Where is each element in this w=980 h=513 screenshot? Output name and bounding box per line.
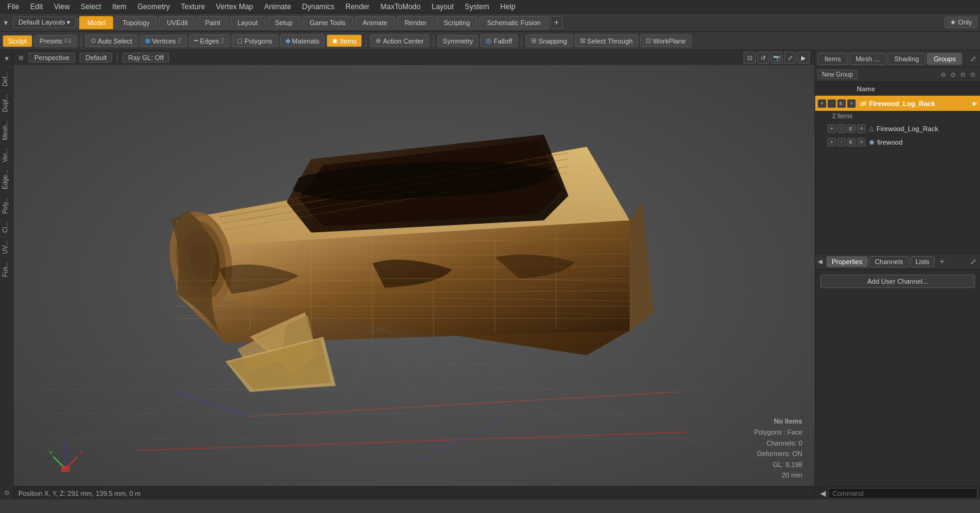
- menu-file[interactable]: File: [2, 1, 24, 12]
- panel-expand-icon[interactable]: ⤢: [969, 53, 978, 64]
- add-tab-btn[interactable]: +: [550, 16, 564, 29]
- menu-edit[interactable]: Edit: [25, 1, 48, 12]
- cmd-left-arrow[interactable]: ◀: [818, 489, 828, 498]
- groups-icon1[interactable]: ⊙: [938, 70, 948, 80]
- tab-scripting[interactable]: Scripting: [435, 16, 478, 29]
- menu-help[interactable]: Help: [496, 1, 521, 12]
- vis-toggle3[interactable]: ◧: [837, 99, 846, 108]
- sidebar-tab-ver[interactable]: Ver...: [0, 144, 13, 166]
- groups-icon2[interactable]: ⊙: [948, 70, 958, 80]
- groups-icon3[interactable]: ⊙: [958, 70, 968, 80]
- menu-layout[interactable]: Layout: [427, 1, 459, 12]
- group-item-firewood-log-rack[interactable]: ● ○ ◧ ⊕ △ Firewood_Log_Rack: [815, 122, 980, 135]
- group-expand-icon[interactable]: ▶: [973, 100, 978, 107]
- menu-texture[interactable]: Texture: [176, 1, 209, 12]
- sidebar-tab-uv[interactable]: UV...: [0, 237, 13, 257]
- tab-game-tools[interactable]: Game Tools: [302, 16, 354, 29]
- bottom-expand-icon[interactable]: ⤢: [969, 256, 978, 267]
- menu-item[interactable]: Item: [107, 1, 131, 12]
- snapping-btn[interactable]: ⊞ Snapping: [526, 34, 573, 47]
- tab-mesh[interactable]: Mesh ...: [849, 53, 886, 65]
- ray-gl-btn[interactable]: Ray GL: Off: [123, 53, 169, 63]
- sidebar-tab-mesh[interactable]: Mesh...: [0, 116, 13, 144]
- menu-vertex-map[interactable]: Vertex Map: [211, 1, 258, 12]
- item-vis3[interactable]: ◧: [847, 124, 856, 133]
- groups-icon4[interactable]: ⊙: [968, 70, 978, 80]
- vp-fit-btn[interactable]: ⊡: [744, 51, 756, 64]
- polygons-btn[interactable]: ◻ Polygons: [232, 34, 277, 47]
- sidebar-tab-cl[interactable]: Cl...: [0, 218, 13, 237]
- tab-setup[interactable]: Setup: [267, 16, 301, 29]
- tab-paint[interactable]: Paint: [197, 16, 228, 29]
- sidebar-tab-dupl[interactable]: Dupl...: [0, 90, 13, 116]
- menu-render[interactable]: Render: [341, 1, 374, 12]
- falloff-btn[interactable]: ◎ Falloff: [480, 34, 518, 47]
- vp-expand-btn[interactable]: ⤢: [784, 51, 796, 64]
- workplane-btn[interactable]: ⊡ WorkPlane: [640, 34, 692, 47]
- item-vis2[interactable]: ○: [837, 124, 846, 133]
- tab-items[interactable]: Items: [818, 53, 848, 65]
- tab-render[interactable]: Render: [396, 16, 434, 29]
- tab-properties[interactable]: Properties: [826, 256, 868, 267]
- menu-animate[interactable]: Animate: [259, 1, 296, 12]
- vp-more-btn[interactable]: ▶: [797, 51, 810, 64]
- vp-refresh-btn[interactable]: ↺: [757, 51, 769, 64]
- only-btn[interactable]: ★ Only: [944, 17, 978, 28]
- sidebar-tab-fus[interactable]: Fus...: [0, 257, 13, 281]
- tab-animate[interactable]: Animate: [355, 16, 395, 29]
- item-vis1[interactable]: ●: [827, 124, 836, 133]
- vp-camera-btn[interactable]: 📷: [771, 51, 783, 64]
- viewport-settings-icon[interactable]: ⚙: [18, 55, 24, 61]
- presets-btn[interactable]: Presets F6: [34, 35, 77, 47]
- item2-vis1[interactable]: ●: [827, 138, 836, 146]
- viewport[interactable]: ⚙ Perspective Default Ray GL: Off ⊡ ↺ 📷 …: [13, 50, 815, 500]
- bottom-panel-toggle[interactable]: ◀: [818, 258, 823, 265]
- add-user-channel-btn[interactable]: Add User Channel...: [820, 275, 975, 288]
- item2-vis4[interactable]: ⊕: [857, 138, 865, 146]
- select-through-btn[interactable]: ⊠ Select Through: [575, 34, 638, 47]
- tab-uvedit[interactable]: UVEdit: [159, 16, 195, 29]
- tab-model[interactable]: Model: [79, 16, 113, 29]
- menu-geometry[interactable]: Geometry: [133, 1, 175, 12]
- item2-vis2[interactable]: ○: [837, 138, 846, 146]
- sidebar-bottom-icon[interactable]: ⊙: [0, 486, 13, 500]
- tab-schematic-fusion[interactable]: Schematic Fusion: [479, 16, 548, 29]
- new-group-btn[interactable]: New Group: [818, 70, 858, 79]
- add-tab-btn-bottom[interactable]: +: [936, 256, 948, 267]
- sidebar-tab-def[interactable]: Def...: [0, 67, 13, 90]
- default-layouts-btn[interactable]: Default Layouts ▾: [13, 17, 77, 28]
- menu-dynamics[interactable]: Dynamics: [297, 1, 339, 12]
- command-input[interactable]: [828, 488, 978, 499]
- sculpt-btn[interactable]: Sculpt: [2, 35, 32, 47]
- action-center-btn[interactable]: ⊕ Action Center: [370, 34, 429, 47]
- vertices-btn[interactable]: Vertices 2: [140, 35, 187, 47]
- group-item-firewood[interactable]: ● ○ ◧ ⊕ ◉ firewood: [815, 135, 980, 149]
- default-shading-btn[interactable]: Default: [80, 53, 112, 63]
- vis-toggle1[interactable]: ●: [818, 99, 826, 108]
- sidebar-collapse-btn[interactable]: ▼: [0, 50, 13, 67]
- tab-lists[interactable]: Lists: [910, 256, 935, 267]
- vis-toggle2[interactable]: ○: [827, 99, 836, 108]
- sidebar-tab-edge[interactable]: Edge...: [0, 165, 13, 193]
- menu-system[interactable]: System: [460, 1, 494, 12]
- materials-btn[interactable]: ◆ Materials: [280, 34, 325, 47]
- edges-btn[interactable]: ━ Edges 2: [189, 34, 230, 47]
- tab-topology[interactable]: Topology: [115, 16, 157, 29]
- sidebar-tab-poly[interactable]: Poly...: [0, 193, 13, 218]
- tab-shading[interactable]: Shading: [888, 53, 925, 65]
- menu-maxtomodo[interactable]: MaxToModo: [375, 1, 425, 12]
- menu-select[interactable]: Select: [76, 1, 106, 12]
- item-vis4[interactable]: ⊕: [857, 124, 865, 133]
- firewood-group-row[interactable]: ● ○ ◧ ⊕ 📁 Firewood_Log_Rack ▶: [815, 96, 980, 112]
- auto-select-btn[interactable]: ⊙ Auto Select: [85, 34, 138, 47]
- tab-channels[interactable]: Channels: [869, 256, 908, 267]
- menu-view[interactable]: View: [49, 1, 75, 12]
- item2-vis3[interactable]: ◧: [847, 138, 856, 146]
- items-btn[interactable]: ◉ Items: [326, 34, 362, 47]
- perspective-btn[interactable]: Perspective: [29, 53, 75, 63]
- canvas-area[interactable]: X Y Z No Items Polygons : Face Channels:…: [13, 65, 815, 500]
- tab-groups[interactable]: Groups: [927, 53, 962, 65]
- tab-layout[interactable]: Layout: [230, 16, 266, 29]
- symmetry-btn[interactable]: Symmetry: [437, 35, 479, 47]
- vis-toggle4[interactable]: ⊕: [847, 99, 856, 108]
